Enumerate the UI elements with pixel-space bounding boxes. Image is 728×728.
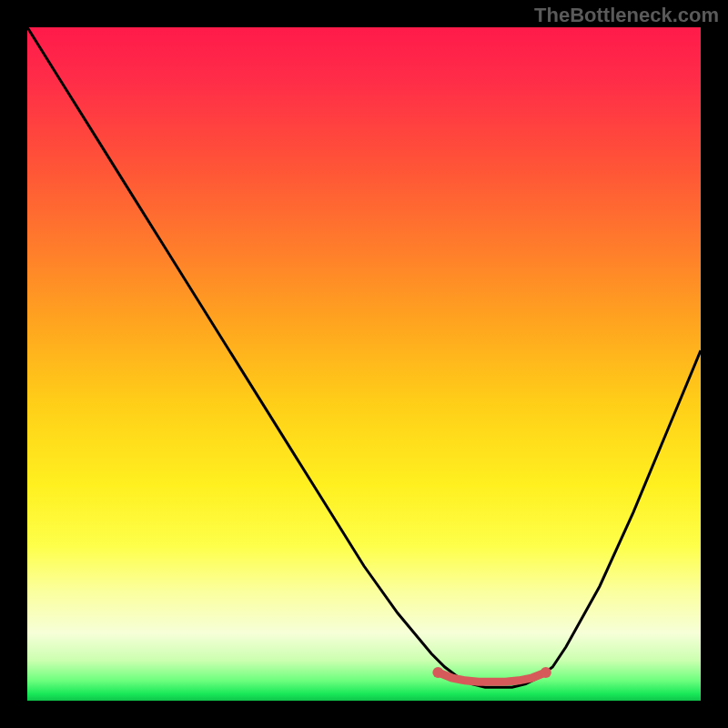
marker-dot <box>432 667 443 678</box>
watermark-text: TheBottleneck.com <box>534 4 719 27</box>
marker-dot <box>541 667 551 678</box>
bottleneck-curve <box>27 27 701 687</box>
plot-area <box>27 27 701 701</box>
chart-container: TheBottleneck.com <box>0 0 728 728</box>
curve-layer <box>27 27 701 701</box>
marker-band <box>432 667 551 682</box>
